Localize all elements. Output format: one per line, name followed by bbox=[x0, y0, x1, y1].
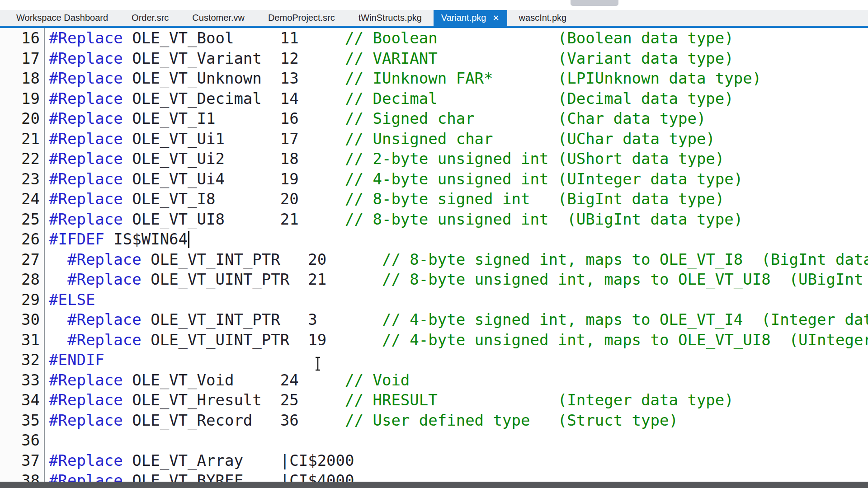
code-line: 21#Replace OLE_VT_Ui1 17 // Unsigned cha… bbox=[0, 129, 868, 149]
tab-close-icon[interactable]: ✕ bbox=[492, 14, 499, 22]
line-number[interactable]: 37 bbox=[0, 450, 45, 471]
code-text[interactable]: #Replace OLE_VT_UI8 21 // 8-byte unsigne… bbox=[45, 209, 868, 230]
tab-bar: Workspace DashboardOrder.srcCustomer.vwD… bbox=[0, 10, 868, 26]
code-comment: // Void bbox=[345, 371, 410, 389]
code-line: 35#Replace OLE_VT_Record 36 // User defi… bbox=[0, 410, 868, 431]
code-directive: #Replace bbox=[67, 310, 142, 328]
code-text[interactable]: #ELSE bbox=[45, 290, 868, 310]
code-plain: OLE_VT_Ui1 17 bbox=[123, 130, 345, 148]
code-directive: #Replace bbox=[49, 69, 123, 87]
code-plain: OLE_VT_INT_PTR 20 bbox=[142, 250, 382, 268]
code-directive: #Replace bbox=[49, 170, 123, 188]
code-directive: #ENDIF bbox=[49, 351, 104, 369]
code-plain: OLE_VT_Bool 11 bbox=[123, 29, 345, 47]
line-number[interactable]: 34 bbox=[0, 390, 45, 410]
code-text[interactable] bbox=[45, 430, 868, 450]
code-text[interactable]: #Replace OLE_VT_Hresult 25 // HRESULT (I… bbox=[45, 390, 868, 410]
tab-label: Customer.vw bbox=[192, 13, 245, 23]
line-number[interactable]: 27 bbox=[0, 249, 45, 270]
line-number[interactable]: 23 bbox=[0, 169, 45, 189]
code-text[interactable]: #Replace OLE_VT_Ui2 18 // 2-byte unsigne… bbox=[45, 149, 868, 169]
code-plain: OLE_VT_Unknown 13 bbox=[123, 69, 345, 87]
line-number[interactable]: 26 bbox=[0, 229, 45, 249]
code-comment: // IUnknown FAR* (LPIUnknown data type) bbox=[345, 69, 761, 87]
code-text[interactable]: #Replace OLE_VT_Decimal 14 // Decimal (D… bbox=[45, 89, 868, 109]
line-number[interactable]: 22 bbox=[0, 149, 45, 169]
line-number[interactable]: 21 bbox=[0, 129, 45, 149]
code-line: 28 #Replace OLE_VT_UINT_PTR 21 // 8-byte… bbox=[0, 269, 868, 290]
text-caret bbox=[188, 231, 189, 248]
code-text[interactable]: #Replace OLE_VT_Void 24 // Void bbox=[45, 370, 868, 390]
tab-wascint-pkg[interactable]: wascInt.pkg bbox=[507, 10, 579, 26]
code-text[interactable]: #Replace OLE_VT_INT_PTR 3 // 4-byte sign… bbox=[45, 310, 868, 330]
code-line: 26#IFDEF IS$WIN64 bbox=[0, 229, 868, 249]
line-number[interactable]: 19 bbox=[0, 89, 45, 109]
line-number[interactable]: 31 bbox=[0, 330, 45, 350]
code-line: 34#Replace OLE_VT_Hresult 25 // HRESULT … bbox=[0, 390, 868, 410]
line-number[interactable]: 32 bbox=[0, 350, 45, 370]
line-number[interactable]: 30 bbox=[0, 310, 45, 330]
code-line: 36 bbox=[0, 430, 868, 450]
code-comment: // 8-byte unsigned int, maps to OLE_VT_U… bbox=[382, 270, 868, 288]
line-number[interactable]: 29 bbox=[0, 290, 45, 310]
code-line: 17#Replace OLE_VT_Variant 12 // VARIANT … bbox=[0, 48, 868, 69]
code-comment: // Signed char (Char data type) bbox=[345, 109, 706, 127]
code-text[interactable]: #IFDEF IS$WIN64 bbox=[45, 229, 868, 249]
code-text[interactable]: #ENDIF bbox=[45, 350, 868, 370]
tab-demoproject-src[interactable]: DemoProject.src bbox=[256, 10, 347, 26]
code-text[interactable]: #Replace OLE_VT_Variant 12 // VARIANT (V… bbox=[45, 48, 868, 69]
code-text[interactable]: #Replace OLE_VT_I8 20 // 8-byte signed i… bbox=[45, 189, 868, 209]
line-number[interactable]: 17 bbox=[0, 48, 45, 69]
code-line: 23#Replace OLE_VT_Ui4 19 // 4-byte unsig… bbox=[0, 169, 868, 189]
code-comment: // Decimal (Decimal data type) bbox=[345, 89, 734, 108]
code-directive: #IFDEF bbox=[49, 230, 104, 248]
tab-twinstructs-pkg[interactable]: tWinStructs.pkg bbox=[347, 10, 434, 26]
code-text[interactable]: #Replace OLE_VT_Bool 11 // Boolean (Bool… bbox=[45, 28, 868, 48]
code-comment: // VARIANT (Variant data type) bbox=[345, 49, 734, 67]
code-plain: OLE_VT_UINT_PTR 21 bbox=[142, 270, 382, 288]
code-text[interactable]: #Replace OLE_VT_UINT_PTR 19 // 4-byte un… bbox=[45, 330, 868, 350]
code-text[interactable]: #Replace OLE_VT_Array |CI$2000 bbox=[45, 450, 868, 471]
code-text[interactable]: #Replace OLE_VT_Ui4 19 // 4-byte unsigne… bbox=[45, 169, 868, 189]
code-line: 33#Replace OLE_VT_Void 24 // Void bbox=[0, 370, 868, 390]
code-directive: #Replace bbox=[49, 210, 123, 228]
code-plain: OLE_VT_Variant 12 bbox=[123, 49, 345, 67]
code-directive: #Replace bbox=[49, 391, 123, 409]
tab-order-src[interactable]: Order.src bbox=[120, 10, 180, 26]
line-number[interactable]: 24 bbox=[0, 189, 45, 209]
line-number[interactable]: 28 bbox=[0, 269, 45, 290]
code-plain bbox=[49, 270, 67, 288]
line-number[interactable]: 20 bbox=[0, 108, 45, 129]
line-number[interactable]: 25 bbox=[0, 209, 45, 230]
code-comment: // User defined type (Struct type) bbox=[345, 411, 678, 429]
code-line: 19#Replace OLE_VT_Decimal 14 // Decimal … bbox=[0, 89, 868, 109]
code-plain: OLE_VT_UI8 21 bbox=[123, 210, 345, 228]
line-number[interactable]: 35 bbox=[0, 410, 45, 431]
code-directive: #Replace bbox=[49, 411, 123, 429]
tab-customer-vw[interactable]: Customer.vw bbox=[180, 10, 256, 26]
tab-workspace-dashboard[interactable]: Workspace Dashboard bbox=[5, 10, 120, 26]
code-plain: OLE_VT_I8 20 bbox=[123, 190, 345, 208]
code-directive: #Replace bbox=[67, 331, 142, 349]
tab-variant-pkg[interactable]: Variant.pkg✕ bbox=[434, 10, 507, 26]
code-comment: // 8-byte signed int (BigInt data type) bbox=[345, 190, 724, 208]
code-text[interactable]: #Replace OLE_VT_Unknown 13 // IUnknown F… bbox=[45, 68, 868, 89]
code-directive: #Replace bbox=[49, 49, 123, 67]
code-line: 37#Replace OLE_VT_Array |CI$2000 bbox=[0, 450, 868, 471]
code-plain: OLE_VT_Ui2 18 bbox=[123, 150, 345, 168]
code-directive: #Replace bbox=[49, 451, 123, 469]
code-comment: // 4-byte unsigned int (UInteger data ty… bbox=[345, 170, 743, 188]
code-directive: #Replace bbox=[49, 150, 123, 168]
ide-window: Workspace DashboardOrder.srcCustomer.vwD… bbox=[0, 0, 868, 488]
code-text[interactable]: #Replace OLE_VT_UINT_PTR 21 // 8-byte un… bbox=[45, 269, 868, 290]
code-plain: IS$WIN64 bbox=[104, 230, 188, 248]
code-text[interactable]: #Replace OLE_VT_I1 16 // Signed char (Ch… bbox=[45, 108, 868, 129]
code-text[interactable]: #Replace OLE_VT_INT_PTR 20 // 8-byte sig… bbox=[45, 249, 868, 270]
line-number[interactable]: 36 bbox=[0, 430, 45, 450]
line-number[interactable]: 33 bbox=[0, 370, 45, 390]
line-number[interactable]: 18 bbox=[0, 68, 45, 89]
line-number[interactable]: 16 bbox=[0, 28, 45, 48]
code-directive: #Replace bbox=[67, 270, 142, 288]
code-text[interactable]: #Replace OLE_VT_Record 36 // User define… bbox=[45, 410, 868, 431]
code-text[interactable]: #Replace OLE_VT_Ui1 17 // Unsigned char … bbox=[45, 129, 868, 149]
